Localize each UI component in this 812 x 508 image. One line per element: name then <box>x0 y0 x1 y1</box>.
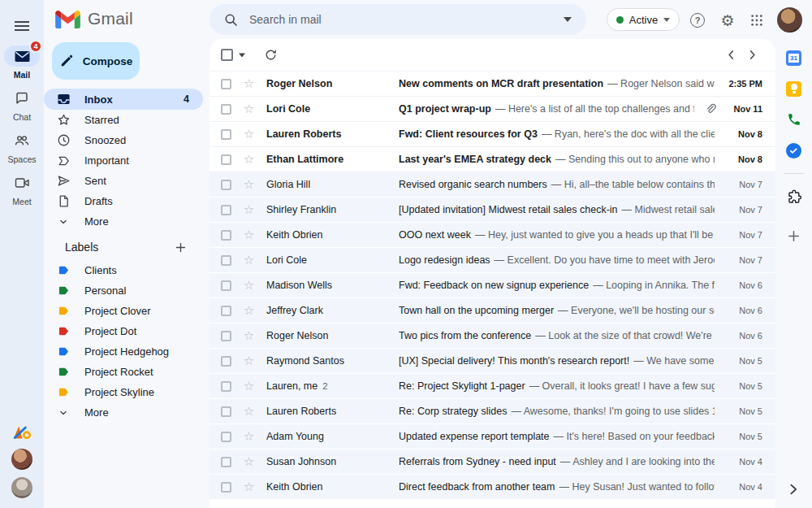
sidebar-item-important[interactable]: Important <box>44 150 203 171</box>
row-checkbox[interactable] <box>221 154 231 165</box>
tasks-app-button[interactable] <box>786 142 802 158</box>
email-row[interactable]: ☆Lauren, me2Re: Project Skylight 1-pager… <box>209 374 775 399</box>
account-avatar[interactable] <box>777 7 802 33</box>
row-checkbox[interactable] <box>221 356 231 367</box>
row-checkbox[interactable] <box>221 280 231 291</box>
select-caret-icon[interactable] <box>239 53 245 57</box>
rail-item-spaces[interactable]: Spaces <box>4 130 40 164</box>
new-side-panel-app-button[interactable] <box>786 228 802 244</box>
email-row[interactable]: ☆Lauren RobertsFwd: Client resources for… <box>209 122 775 147</box>
google-apps-button[interactable] <box>746 10 767 31</box>
star-icon[interactable]: ☆ <box>242 103 256 115</box>
get-add-ons-button[interactable] <box>786 189 802 205</box>
rail-label-chat: Chat <box>13 112 31 122</box>
row-checkbox[interactable] <box>221 79 231 89</box>
email-subject: [UX] Special delivery! This month's rese… <box>399 355 629 367</box>
sidebar-item-sent[interactable]: Sent <box>44 171 203 191</box>
label-item[interactable]: Project Dot <box>44 321 203 341</box>
email-row[interactable]: ☆Roger NelsonTwo pics from the conferenc… <box>209 323 775 349</box>
row-checkbox[interactable] <box>221 129 231 140</box>
row-checkbox[interactable] <box>221 331 231 341</box>
email-row[interactable]: ☆Susan JohnsonReferrals from Sydney - ne… <box>209 449 775 475</box>
help-button[interactable]: ? <box>687 10 708 31</box>
status-selector[interactable]: Active <box>607 8 680 31</box>
sidebar-item-drafts[interactable]: Drafts <box>44 191 203 211</box>
label-item[interactable]: Project Hedgehog <box>44 341 203 362</box>
newer-page-button[interactable] <box>720 45 741 66</box>
star-icon[interactable]: ☆ <box>242 355 256 367</box>
star-icon[interactable]: ☆ <box>242 204 256 216</box>
email-row[interactable]: ☆Keith ObrienOOO next week— Hey, just wa… <box>209 223 775 248</box>
email-row[interactable]: ☆Gloria HillRevised organic search numbe… <box>209 172 775 198</box>
older-page-button[interactable] <box>741 45 762 66</box>
email-row[interactable]: ☆Ethan LattimoreLast year's EMEA strateg… <box>209 147 775 172</box>
search-bar[interactable]: Search in mail <box>209 4 586 35</box>
email-row[interactable]: ☆Shirley Franklin[Updated invitation] Mi… <box>209 198 775 223</box>
contact-avatar[interactable] <box>11 477 32 498</box>
star-icon[interactable]: ☆ <box>242 481 256 493</box>
label-item[interactable]: Personal <box>44 280 203 301</box>
row-checkbox[interactable] <box>221 255 231 266</box>
star-icon[interactable]: ☆ <box>242 254 256 267</box>
email-row[interactable]: ☆Lori ColeLogo redesign ideas— Excellent… <box>209 248 775 273</box>
keep-app-button[interactable] <box>786 80 802 97</box>
star-icon[interactable]: ☆ <box>242 431 256 443</box>
rail-item-mail[interactable]: 4 Mail <box>4 46 40 80</box>
row-checkbox[interactable] <box>221 457 231 467</box>
show-side-panel-button[interactable] <box>784 480 803 499</box>
email-row[interactable]: ☆Lauren RobertsRe: Corp strategy slides—… <box>209 399 775 424</box>
star-icon[interactable]: ☆ <box>242 280 256 292</box>
voice-app-button[interactable] <box>786 111 802 128</box>
rail-item-meet[interactable]: Meet <box>4 172 40 206</box>
email-row[interactable]: ☆Adam YoungUpdated expense report templa… <box>209 424 775 449</box>
calendar-app-button[interactable]: 31 <box>786 50 802 66</box>
email-row[interactable]: ☆Keith ObrienDirect feedback from anothe… <box>209 475 775 500</box>
row-checkbox[interactable] <box>221 306 231 316</box>
contact-avatar[interactable] <box>11 449 32 470</box>
star-icon[interactable]: ☆ <box>242 406 256 418</box>
star-icon[interactable]: ☆ <box>242 229 256 241</box>
sidebar-item-label: More <box>84 215 109 228</box>
row-checkbox[interactable] <box>221 406 231 417</box>
settings-button[interactable]: ⚙ <box>717 10 738 31</box>
rail-item-chat[interactable]: Chat <box>4 88 40 122</box>
email-row[interactable]: ☆Jeffrey ClarkTown hall on the upcoming … <box>209 298 775 323</box>
email-row[interactable]: ☆Lori ColeQ1 project wrap-up— Here's a l… <box>209 97 775 122</box>
compose-button[interactable]: Compose <box>52 42 140 80</box>
main-menu-button[interactable] <box>6 10 38 42</box>
row-checkbox[interactable] <box>221 381 231 392</box>
star-icon[interactable]: ☆ <box>242 305 256 317</box>
sidebar-item-more[interactable]: More <box>44 211 203 232</box>
star-icon[interactable]: ☆ <box>242 78 256 90</box>
row-checkbox[interactable] <box>221 482 231 493</box>
labels-more[interactable]: More <box>44 402 203 423</box>
star-icon[interactable]: ☆ <box>242 456 256 468</box>
label-item[interactable]: Project Rocket <box>44 362 203 382</box>
row-checkbox[interactable] <box>221 180 231 190</box>
star-icon[interactable]: ☆ <box>242 128 256 141</box>
star-icon[interactable]: ☆ <box>242 330 256 342</box>
refresh-button[interactable] <box>264 48 278 62</box>
row-checkbox[interactable] <box>221 432 231 442</box>
row-checkbox[interactable] <box>221 205 231 215</box>
row-checkbox[interactable] <box>221 104 231 115</box>
search-input[interactable]: Search in mail <box>249 13 552 26</box>
sidebar-item-starred[interactable]: Starred <box>44 110 203 130</box>
add-label-icon[interactable] <box>175 241 187 254</box>
hamburger-icon <box>15 21 29 31</box>
star-icon[interactable]: ☆ <box>242 154 256 166</box>
email-row[interactable]: ☆Madison WellsFwd: Feedback on new signu… <box>209 273 775 298</box>
email-row[interactable]: ☆Raymond Santos[UX] Special delivery! Th… <box>209 349 775 374</box>
sidebar-item-inbox[interactable]: Inbox 4 <box>44 89 203 110</box>
company-logo <box>11 423 32 441</box>
select-all-checkbox[interactable] <box>221 49 233 61</box>
row-checkbox[interactable] <box>221 230 231 241</box>
sidebar-item-snoozed[interactable]: Snoozed <box>44 130 203 150</box>
label-item[interactable]: Project Skyline <box>44 382 203 402</box>
search-options-caret-icon[interactable] <box>564 17 572 22</box>
label-item[interactable]: Clients <box>44 260 203 280</box>
email-row[interactable]: ☆Roger NelsonNew comments on MCR draft p… <box>209 72 775 97</box>
label-item[interactable]: Project Clover <box>44 301 203 321</box>
star-icon[interactable]: ☆ <box>242 380 256 393</box>
star-icon[interactable]: ☆ <box>242 179 256 191</box>
